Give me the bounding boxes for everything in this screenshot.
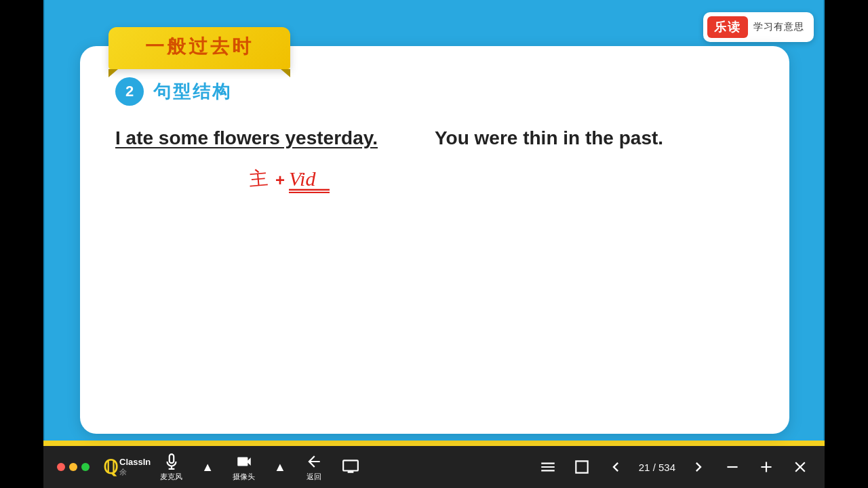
prev-icon: [606, 458, 625, 476]
logo-subtitle: 学习有意思: [753, 21, 804, 33]
page-total: 534: [658, 462, 675, 473]
zoom-out-button[interactable]: [722, 456, 743, 478]
page-current: 21: [639, 462, 650, 473]
zoom-in-icon: [757, 458, 775, 476]
close-icon: [791, 458, 809, 476]
toolbar: ℚ ClassIn 余 麦克风 ▲ 摄像头 ▲ 返回: [43, 446, 825, 488]
screen-button[interactable]: [332, 455, 369, 479]
classin-name: ClassIn: [119, 457, 151, 467]
content-area: I ate some flowers yesterday. You were t…: [115, 127, 754, 161]
section-label: 句型结构: [153, 80, 232, 104]
svg-text:主: 主: [248, 167, 269, 190]
next-page-button[interactable]: [688, 456, 709, 478]
back-label: 返回: [307, 472, 321, 482]
bottom-strip: [43, 441, 825, 446]
camera-icon: [235, 453, 253, 470]
zoom-in-button[interactable]: [755, 456, 777, 478]
classin-block: ClassIn 余: [119, 457, 151, 477]
mic-icon: [163, 453, 180, 470]
prev-page-button[interactable]: [605, 456, 627, 478]
dot-green: [81, 463, 90, 471]
screen-icon: [342, 458, 359, 475]
window-button[interactable]: [571, 456, 593, 478]
main-card: 一般过去时 2 句型结构 I ate some flowers yesterda…: [80, 46, 789, 434]
next-icon: [689, 458, 708, 476]
window-icon: [573, 458, 591, 476]
logo-area: 乐读 学习有意思: [703, 12, 814, 42]
camera-up-icon: ▲: [274, 460, 286, 474]
mic-label: 麦克风: [160, 472, 182, 482]
sentence-right: You were thin in the past.: [435, 127, 754, 161]
svg-text:Vid: Vid: [289, 167, 316, 190]
svg-text:+: +: [275, 171, 285, 189]
classin-sub: 余: [119, 467, 151, 477]
back-icon: [305, 453, 323, 470]
dot-yellow: [69, 463, 77, 471]
logo-icon: 乐读: [707, 16, 748, 38]
back-button[interactable]: 返回: [296, 450, 332, 485]
close-button[interactable]: [789, 456, 811, 478]
mic-up-button[interactable]: ▲: [192, 458, 223, 477]
section-number: 2: [115, 77, 144, 106]
camera-up-button[interactable]: ▲: [264, 458, 296, 477]
camera-button[interactable]: 摄像头: [223, 450, 264, 485]
align-icon: [539, 458, 557, 476]
classin-logo: ℚ ClassIn 余: [103, 456, 151, 479]
sentence-right-text: You were thin in the past.: [435, 127, 663, 149]
dots-area: [57, 463, 90, 471]
right-controls: 21 / 534: [537, 456, 811, 478]
mic-button[interactable]: 麦克风: [151, 450, 192, 485]
classin-q-icon: ℚ: [103, 456, 118, 479]
page-info: 21 / 534: [639, 462, 675, 473]
sentence-left: I ate some flowers yesterday.: [115, 127, 435, 161]
section-heading: 2 句型结构: [115, 77, 232, 106]
page-sep: /: [653, 462, 656, 473]
dot-red: [57, 463, 65, 471]
camera-label: 摄像头: [233, 472, 255, 482]
zoom-out-icon: [724, 458, 741, 476]
sentence-left-text: I ate some flowers yesterday.: [115, 127, 378, 149]
align-button[interactable]: [537, 456, 559, 478]
title-banner: 一般过去时: [108, 27, 290, 69]
mic-up-icon: ▲: [201, 460, 214, 474]
